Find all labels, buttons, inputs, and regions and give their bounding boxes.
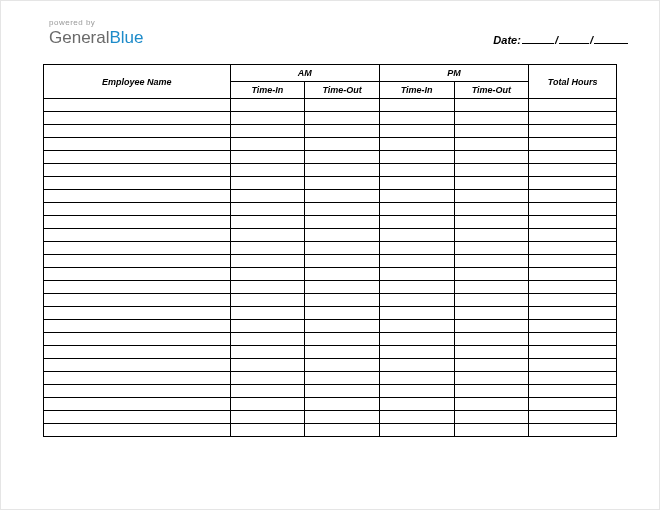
cell-total	[529, 359, 617, 372]
cell-am_out	[305, 346, 380, 359]
cell-am_in	[230, 307, 305, 320]
col-pm-out: Time-Out	[454, 82, 529, 99]
table-row	[44, 125, 617, 138]
cell-pm_in	[379, 112, 454, 125]
cell-pm_out	[454, 398, 529, 411]
cell-am_in	[230, 372, 305, 385]
date-sep-2: /	[590, 34, 593, 46]
table-row	[44, 99, 617, 112]
cell-employee	[44, 138, 231, 151]
table-row	[44, 242, 617, 255]
col-am-out: Time-Out	[305, 82, 380, 99]
cell-pm_in	[379, 359, 454, 372]
cell-employee	[44, 294, 231, 307]
date-sep-1: /	[555, 34, 558, 46]
cell-pm_in	[379, 255, 454, 268]
cell-pm_in	[379, 216, 454, 229]
cell-am_out	[305, 112, 380, 125]
col-employee: Employee Name	[44, 65, 231, 99]
col-am-in: Time-In	[230, 82, 305, 99]
cell-total	[529, 333, 617, 346]
cell-am_out	[305, 385, 380, 398]
cell-pm_out	[454, 333, 529, 346]
cell-total	[529, 216, 617, 229]
cell-pm_out	[454, 268, 529, 281]
cell-am_in	[230, 333, 305, 346]
timesheet-page: powered by GeneralBlue Date: / / Employe…	[0, 0, 660, 510]
cell-employee	[44, 112, 231, 125]
cell-am_out	[305, 372, 380, 385]
cell-total	[529, 398, 617, 411]
cell-am_in	[230, 255, 305, 268]
cell-pm_out	[454, 125, 529, 138]
cell-total	[529, 99, 617, 112]
cell-am_in	[230, 229, 305, 242]
cell-pm_out	[454, 346, 529, 359]
cell-employee	[44, 203, 231, 216]
table-row	[44, 216, 617, 229]
cell-total	[529, 138, 617, 151]
table-row	[44, 359, 617, 372]
cell-pm_out	[454, 164, 529, 177]
cell-am_out	[305, 125, 380, 138]
cell-pm_out	[454, 255, 529, 268]
logo-tagline: powered by	[49, 19, 144, 27]
col-pm: PM	[379, 65, 528, 82]
table-row	[44, 164, 617, 177]
cell-am_in	[230, 320, 305, 333]
cell-total	[529, 164, 617, 177]
cell-pm_in	[379, 190, 454, 203]
cell-pm_out	[454, 151, 529, 164]
cell-am_out	[305, 203, 380, 216]
table-row	[44, 229, 617, 242]
cell-pm_in	[379, 372, 454, 385]
table-row	[44, 190, 617, 203]
cell-pm_in	[379, 138, 454, 151]
cell-pm_out	[454, 372, 529, 385]
cell-am_in	[230, 385, 305, 398]
cell-total	[529, 294, 617, 307]
logo: powered by GeneralBlue	[49, 19, 144, 46]
cell-am_out	[305, 359, 380, 372]
cell-pm_in	[379, 411, 454, 424]
cell-am_in	[230, 398, 305, 411]
cell-pm_out	[454, 307, 529, 320]
cell-employee	[44, 333, 231, 346]
cell-employee	[44, 372, 231, 385]
cell-employee	[44, 229, 231, 242]
cell-pm_out	[454, 229, 529, 242]
cell-total	[529, 281, 617, 294]
table-row	[44, 320, 617, 333]
cell-total	[529, 385, 617, 398]
cell-total	[529, 411, 617, 424]
cell-am_in	[230, 216, 305, 229]
cell-pm_out	[454, 281, 529, 294]
table-row	[44, 203, 617, 216]
cell-employee	[44, 411, 231, 424]
cell-am_out	[305, 255, 380, 268]
cell-pm_in	[379, 333, 454, 346]
logo-part-blue: Blue	[109, 28, 143, 47]
cell-am_in	[230, 138, 305, 151]
cell-am_out	[305, 138, 380, 151]
cell-total	[529, 346, 617, 359]
cell-total	[529, 177, 617, 190]
cell-am_out	[305, 411, 380, 424]
cell-am_out	[305, 216, 380, 229]
col-pm-in: Time-In	[379, 82, 454, 99]
cell-employee	[44, 255, 231, 268]
table-row	[44, 281, 617, 294]
cell-pm_in	[379, 268, 454, 281]
table-row	[44, 411, 617, 424]
cell-am_out	[305, 99, 380, 112]
table-body	[44, 99, 617, 437]
date-field: Date: / /	[493, 33, 629, 46]
table-row	[44, 151, 617, 164]
cell-employee	[44, 177, 231, 190]
cell-total	[529, 229, 617, 242]
cell-total	[529, 151, 617, 164]
cell-am_out	[305, 398, 380, 411]
cell-pm_out	[454, 216, 529, 229]
cell-pm_in	[379, 125, 454, 138]
table-row	[44, 333, 617, 346]
